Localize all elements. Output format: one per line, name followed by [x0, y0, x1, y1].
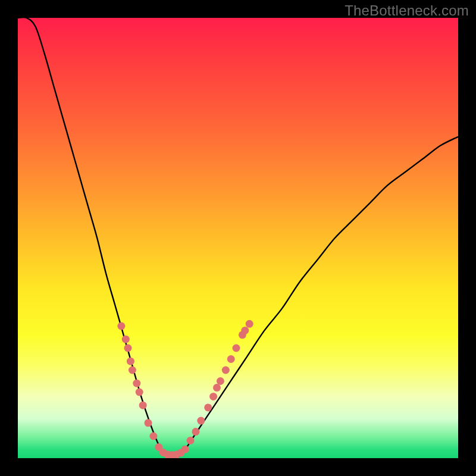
data-dot — [149, 433, 157, 440]
plot-area — [18, 18, 458, 458]
data-dot — [117, 322, 125, 330]
data-dot — [124, 345, 132, 352]
data-dot — [241, 327, 249, 334]
data-dot — [127, 358, 134, 365]
data-dot — [181, 446, 189, 453]
data-dot — [129, 367, 136, 374]
data-dot — [139, 402, 147, 409]
chart-svg — [18, 18, 458, 458]
data-dot — [136, 389, 143, 396]
watermark-text: TheBottleneck.com — [345, 2, 469, 19]
data-dot — [222, 367, 230, 374]
data-dot — [187, 437, 195, 444]
data-dot — [227, 355, 235, 363]
data-dot — [145, 419, 152, 427]
data-dot — [209, 393, 217, 400]
bottleneck-curve — [18, 18, 458, 458]
chart-frame: TheBottleneck.com — [0, 0, 476, 476]
data-dot — [197, 417, 205, 425]
data-dot — [213, 384, 221, 392]
data-dot — [246, 320, 253, 328]
data-dot — [217, 377, 224, 385]
data-dot — [204, 403, 212, 411]
data-dots — [117, 320, 253, 458]
data-dot — [122, 336, 130, 343]
data-dot — [192, 428, 200, 436]
data-dot — [133, 380, 140, 387]
data-dot — [233, 345, 240, 352]
